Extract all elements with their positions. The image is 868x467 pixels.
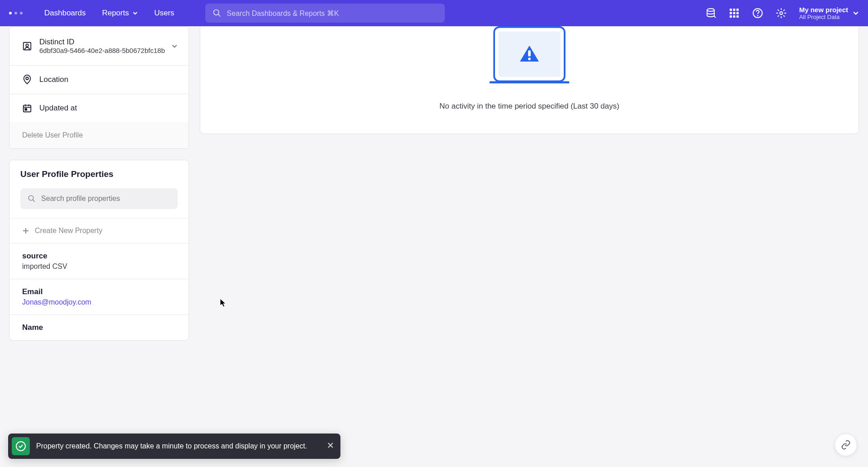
chevron-down-icon — [132, 10, 138, 16]
chevron-down-icon — [853, 10, 859, 16]
svg-point-1 — [707, 9, 714, 11]
updated-at-row[interactable]: Updated at — [9, 94, 189, 122]
property-row-source[interactable]: source imported CSV — [9, 243, 189, 279]
distinct-id-value: 6dbf30a9-5466-40e2-a888-5b0672bfc18b — [39, 47, 176, 54]
project-selector[interactable]: My new project All Project Data — [799, 6, 859, 20]
create-property-label: Create New Property — [35, 227, 102, 235]
search-icon — [28, 194, 36, 203]
user-info-card: Distinct ID 6dbf30a9-5466-40e2-a888-5b06… — [9, 26, 189, 149]
settings-icon[interactable] — [776, 8, 787, 19]
location-row[interactable]: Location — [9, 66, 189, 94]
svg-point-16 — [26, 77, 28, 80]
property-label: source — [22, 252, 176, 261]
properties-card: User Profile Properties Create New Prope… — [9, 160, 189, 341]
toast-message: Property created. Changes may take a min… — [36, 442, 307, 450]
svg-rect-9 — [733, 15, 735, 18]
activity-empty-state: No activity in the time period specified… — [200, 26, 859, 134]
search-placeholder: Search Dashboards & Reports ⌘K — [227, 9, 339, 18]
success-check-icon — [12, 437, 30, 455]
svg-rect-23 — [528, 50, 531, 56]
updated-at-label: Updated at — [39, 104, 77, 113]
svg-point-0 — [213, 10, 219, 15]
nav-label: Dashboards — [44, 9, 86, 18]
nav-label: Reports — [102, 9, 129, 18]
svg-rect-10 — [736, 15, 739, 18]
distinct-id-label: Distinct ID — [39, 38, 176, 47]
location-icon — [22, 75, 32, 85]
global-search[interactable]: Search Dashboards & Reports ⌘K — [205, 4, 445, 23]
plus-icon — [22, 227, 29, 234]
property-value: Jonas@moodjoy.com — [22, 298, 176, 306]
delete-profile-link[interactable]: Delete User Profile — [22, 131, 83, 139]
svg-rect-2 — [730, 9, 732, 11]
nav-dashboards[interactable]: Dashboards — [36, 0, 94, 26]
svg-point-12 — [757, 15, 758, 16]
nav-users[interactable]: Users — [146, 0, 182, 26]
project-subtitle: All Project Data — [799, 14, 848, 20]
svg-point-15 — [26, 44, 28, 47]
properties-search[interactable] — [20, 188, 178, 209]
svg-point-25 — [16, 442, 25, 451]
distinct-id-row[interactable]: Distinct ID 6dbf30a9-5466-40e2-a888-5b06… — [9, 27, 189, 66]
svg-rect-7 — [736, 12, 739, 14]
properties-search-input[interactable] — [41, 195, 170, 203]
property-label: Name — [22, 323, 176, 332]
create-property-button[interactable]: Create New Property — [9, 218, 189, 243]
svg-rect-5 — [730, 12, 732, 14]
app-menu-dots[interactable] — [9, 12, 23, 14]
project-name: My new project — [799, 6, 848, 14]
svg-rect-18 — [25, 109, 27, 110]
app-header: Dashboards Reports Users Search Dashboar… — [0, 0, 868, 26]
nav-label: Users — [154, 9, 174, 18]
location-label: Location — [39, 75, 68, 84]
help-icon[interactable] — [752, 8, 763, 19]
database-icon[interactable] — [705, 8, 716, 19]
link-icon — [841, 440, 851, 450]
link-fab[interactable] — [835, 434, 857, 456]
apps-icon[interactable] — [729, 8, 740, 19]
svg-point-19 — [28, 195, 33, 200]
user-id-icon — [22, 41, 32, 51]
property-row-name[interactable]: Name — [9, 315, 189, 340]
toast-close-button[interactable] — [327, 442, 334, 451]
calendar-icon — [22, 103, 32, 113]
svg-point-13 — [780, 12, 783, 14]
empty-state-message: No activity in the time period specified… — [200, 102, 859, 111]
chevron-down-icon — [171, 43, 178, 49]
svg-point-24 — [528, 57, 531, 60]
warning-laptop-illustration — [486, 26, 572, 86]
properties-title: User Profile Properties — [9, 160, 189, 188]
svg-rect-6 — [733, 12, 735, 14]
property-value: imported CSV — [22, 262, 176, 271]
success-toast: Property created. Changes may take a min… — [8, 434, 340, 459]
nav-reports[interactable]: Reports — [94, 0, 146, 26]
delete-profile-row: Delete User Profile — [9, 122, 189, 148]
property-row-email[interactable]: Email Jonas@moodjoy.com — [9, 279, 189, 315]
svg-rect-8 — [730, 15, 732, 18]
svg-rect-4 — [736, 9, 739, 11]
property-label: Email — [22, 287, 176, 296]
header-actions: My new project All Project Data — [705, 6, 859, 20]
close-icon — [327, 442, 334, 449]
svg-rect-3 — [733, 9, 735, 11]
search-icon — [212, 9, 222, 18]
